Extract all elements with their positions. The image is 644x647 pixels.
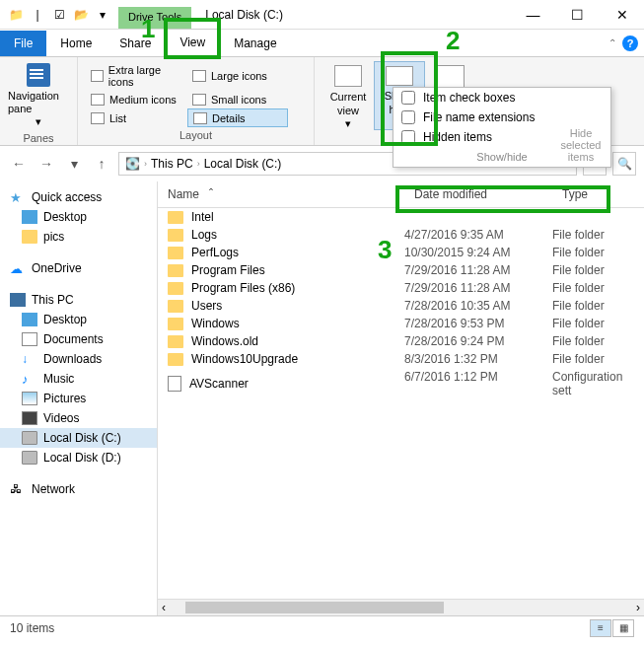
open-folder-icon[interactable]: 📂 [71, 5, 91, 25]
tab-manage[interactable]: Manage [220, 31, 290, 56]
sidebar-desktop[interactable]: Desktop [0, 207, 157, 227]
drive-icon [22, 431, 37, 445]
hide-selected-button[interactable]: Hide selected items [557, 127, 605, 163]
picture-icon [22, 392, 37, 405]
search-icon[interactable]: 🔍 [612, 152, 636, 176]
scroll-right-icon[interactable]: › [632, 601, 644, 614]
options-icon [437, 65, 465, 89]
file-row[interactable]: Windows10Upgrade8/3/2016 1:32 PMFile fol… [158, 350, 644, 368]
back-button[interactable]: ← [8, 153, 30, 175]
ribbon-tabs: File Home Share View Manage ⌃ ? [0, 30, 644, 57]
file-date: 7/29/2016 11:28 AM [404, 281, 552, 295]
layout-small[interactable]: Small icons [187, 91, 288, 108]
file-row[interactable]: Program Files (x86)7/29/2016 11:28 AMFil… [158, 279, 644, 297]
up-button[interactable]: ↑ [91, 153, 112, 175]
sidebar-drive-c[interactable]: Local Disk (C:) [0, 428, 157, 448]
help-icon[interactable]: ? [622, 36, 638, 51]
sidebar-thispc[interactable]: This PC [0, 290, 157, 310]
collapse-ribbon-icon[interactable]: ⌃ [608, 37, 616, 48]
properties-icon[interactable]: ☑ [49, 5, 69, 25]
file-row[interactable]: Users7/28/2016 10:35 AMFile folder [158, 297, 644, 315]
current-view-button[interactable]: Current view ▾ [322, 61, 374, 130]
desktop-icon [22, 210, 37, 224]
close-button[interactable]: ✕ [600, 0, 644, 30]
ribbon-group-layout: Extra large icons Large icons Medium ico… [78, 57, 315, 145]
annotation-number-2: 2 [446, 26, 460, 56]
scroll-left-icon[interactable]: ‹ [158, 601, 170, 614]
horizontal-scrollbar[interactable]: ‹ › [158, 599, 644, 615]
sidebar-quick-access[interactable]: Quick access [0, 187, 157, 207]
file-type: File folder [552, 228, 644, 242]
layout-large[interactable]: Large icons [187, 61, 288, 90]
layout-details[interactable]: Details [187, 108, 288, 127]
onedrive-icon [10, 261, 26, 275]
tab-home[interactable]: Home [46, 31, 106, 56]
sidebar-downloads[interactable]: Downloads [0, 349, 157, 369]
folder-icon [168, 264, 183, 277]
details-icon [193, 112, 207, 124]
folder-icon [168, 229, 183, 242]
file-rows[interactable]: IntelLogs4/27/2016 9:35 AMFile folderPer… [158, 208, 644, 599]
file-name: Logs [191, 228, 217, 242]
tab-share[interactable]: Share [106, 31, 165, 56]
quick-access-toolbar: 📁 | ☑ 📂 ▾ [0, 5, 118, 25]
sidebar-pictures[interactable]: Pictures [0, 389, 157, 408]
ribbon-group-panes: Navigation pane ▾ Panes [0, 57, 78, 145]
file-name-extensions-option[interactable]: File name extensions [394, 108, 610, 127]
item-check-boxes-option[interactable]: Item check boxes [394, 88, 610, 108]
tab-view[interactable]: View [165, 29, 220, 56]
layout-medium[interactable]: Medium icons [86, 91, 186, 108]
file-row[interactable]: AVScanner6/7/2016 1:12 PMConfiguration s… [158, 368, 644, 399]
minimize-button[interactable]: — [511, 0, 555, 30]
sidebar-onedrive[interactable]: OneDrive [0, 258, 157, 278]
file-date: 8/3/2016 1:32 PM [404, 352, 552, 366]
scrollbar-thumb[interactable] [185, 602, 444, 613]
checkbox-icon[interactable] [401, 91, 415, 105]
file-row[interactable]: Program Files7/29/2016 11:28 AMFile fold… [158, 261, 644, 279]
grid-icon [192, 70, 206, 82]
sidebar-desktop-pc[interactable]: Desktop [0, 310, 157, 329]
file-row[interactable]: Windows.old7/28/2016 9:24 PMFile folder [158, 332, 644, 350]
navigation-sidebar[interactable]: Quick access Desktop pics OneDrive This … [0, 181, 158, 615]
file-type: File folder [552, 281, 644, 295]
sidebar-music[interactable]: Music [0, 369, 157, 389]
file-row[interactable]: Intel [158, 208, 644, 226]
file-name: Users [191, 299, 222, 313]
chevron-right-icon[interactable]: › [197, 159, 200, 169]
navigation-pane-icon [27, 63, 50, 87]
folder-icon [168, 335, 183, 348]
sidebar-drive-d[interactable]: Local Disk (D:) [0, 448, 157, 467]
qat-dropdown-icon[interactable]: ▾ [93, 5, 112, 25]
file-row[interactable]: Windows7/28/2016 9:53 PMFile folder [158, 315, 644, 332]
forward-button[interactable]: → [36, 153, 57, 175]
sidebar-documents[interactable]: Documents [0, 329, 157, 349]
navigation-pane-button[interactable]: Navigation pane ▾ [8, 61, 69, 130]
music-icon [22, 372, 37, 386]
maximize-button[interactable]: ☐ [555, 0, 600, 30]
navigation-pane-label: Navigation pane [8, 90, 69, 115]
recent-dropdown-icon[interactable]: ▾ [63, 153, 85, 175]
breadcrumb-drive[interactable]: Local Disk (C:) [204, 157, 282, 171]
show-hide-icon [386, 66, 413, 86]
header-date[interactable]: Date modified [404, 181, 552, 207]
document-icon [22, 332, 37, 346]
download-icon [22, 352, 37, 366]
checkbox-icon[interactable] [401, 110, 415, 124]
layout-extra-large[interactable]: Extra large icons [86, 61, 186, 90]
header-name[interactable]: Nameˆ [158, 181, 404, 207]
sidebar-network[interactable]: Network [0, 479, 157, 499]
breadcrumb-thispc[interactable]: This PC [151, 157, 193, 171]
layout-list[interactable]: List [86, 108, 186, 127]
sidebar-pics[interactable]: pics [0, 227, 157, 247]
details-view-toggle[interactable]: ≡ [590, 619, 611, 637]
checkbox-icon[interactable] [401, 130, 415, 144]
file-type: File folder [552, 352, 644, 366]
file-row[interactable]: PerfLogs10/30/2015 9:24 AMFile folder [158, 244, 644, 261]
tab-file[interactable]: File [0, 31, 46, 56]
file-row[interactable]: Logs4/27/2016 9:35 AMFile folder [158, 226, 644, 244]
drive-icon: 💽 [125, 157, 140, 171]
chevron-right-icon[interactable]: › [144, 159, 147, 169]
sidebar-videos[interactable]: Videos [0, 408, 157, 428]
icons-view-toggle[interactable]: ▦ [612, 619, 634, 637]
header-type[interactable]: Type [552, 181, 644, 207]
